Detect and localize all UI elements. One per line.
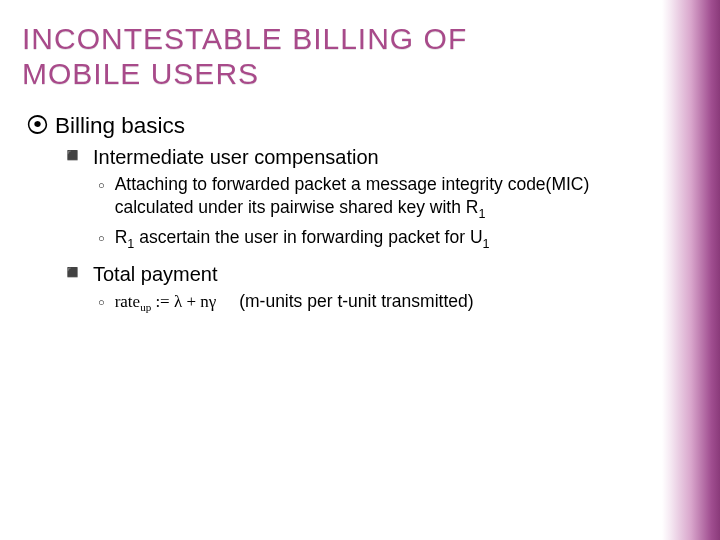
level3b-mid: ascertain the user in forwarding packet … [134, 227, 482, 247]
bullet-level3-a: ○ Attaching to forwarded packet a messag… [98, 173, 650, 222]
level3c-text: rateup := λ + nγ (m-units per t-unit tra… [115, 290, 650, 315]
bullet-level1: ⦿Billing basics [26, 113, 650, 139]
level3b-u-sub: 1 [483, 237, 490, 251]
level1-text: Billing basics [55, 113, 185, 138]
formula-assign: := [151, 292, 174, 311]
level3a-text: Attaching to forwarded packet a message … [115, 173, 650, 222]
slide-title: INCONTESTABLE BILLING OF MOBILE USERS [22, 22, 650, 91]
level2a-text: Intermediate user compensation [93, 146, 379, 168]
bullet-level2-a: ◾Intermediate user compensation [60, 145, 650, 169]
level3b-text: R1 ascertain the user in forwarding pack… [115, 226, 650, 252]
bullet-hollow-circle-icon: ○ [98, 226, 105, 252]
formula-lhs: rate [115, 292, 140, 311]
title-line-2: MOBILE USERS [22, 57, 259, 90]
formula-lhs-sub: up [140, 302, 151, 314]
bullet-level2-b: ◾Total payment [60, 262, 650, 286]
formula: rateup := λ + nγ [115, 291, 217, 315]
level3a-sub: 1 [478, 207, 485, 221]
formula-rhs: λ + nγ [174, 292, 216, 311]
bullet-square-icon: ◾ [60, 261, 85, 283]
level3b-r: R [115, 227, 128, 247]
level3c-paren: (m-units per t-unit transmitted) [239, 291, 473, 311]
bullet-level3-c: ○ rateup := λ + nγ (m-units per t-unit t… [98, 290, 650, 315]
level3a-pre: Attaching to forwarded packet a message … [115, 174, 590, 217]
side-gradient [662, 0, 720, 540]
bullet-square-icon: ◾ [60, 144, 85, 166]
bullet-hollow-circle-icon: ○ [98, 173, 105, 222]
level2b-text: Total payment [93, 263, 218, 285]
bullet-hollow-circle-icon: ○ [98, 290, 105, 315]
bullet-circled-dot-icon: ⦿ [26, 113, 49, 138]
bullet-level3-b: ○ R1 ascertain the user in forwarding pa… [98, 226, 650, 252]
slide-content: INCONTESTABLE BILLING OF MOBILE USERS ⦿B… [0, 0, 720, 315]
title-line-1: INCONTESTABLE BILLING OF [22, 22, 467, 55]
